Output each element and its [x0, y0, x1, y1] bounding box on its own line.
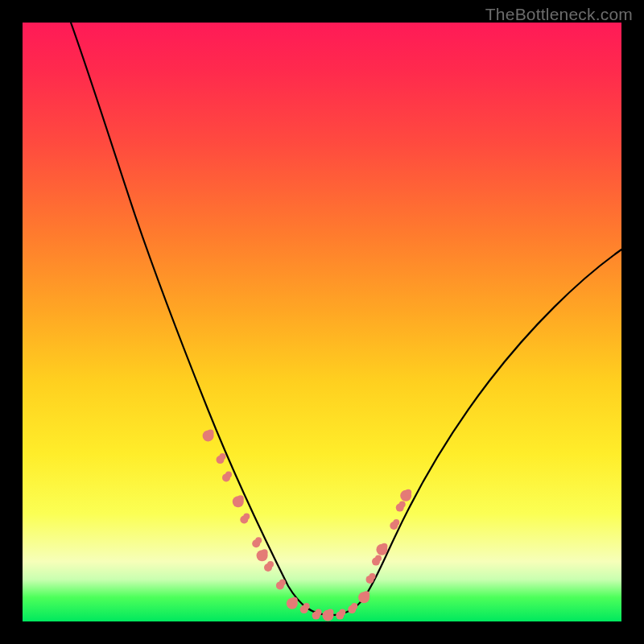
curve-layer — [23, 23, 621, 621]
bead-dot — [243, 514, 250, 520]
bead-dot — [291, 597, 298, 604]
bead-dot — [220, 453, 226, 460]
bead-cluster — [203, 429, 412, 621]
bead-dot — [381, 543, 387, 550]
bead-dot — [237, 495, 244, 502]
outer-frame: TheBottleneck.com — [0, 0, 644, 644]
bead-dot — [369, 573, 376, 580]
bead-dot — [262, 549, 268, 555]
watermark-text: TheBottleneck.com — [485, 5, 633, 24]
plot-area — [23, 23, 621, 621]
bead-dot — [316, 609, 322, 616]
bead-dot — [208, 429, 214, 436]
bead-dot — [375, 555, 382, 562]
bead-dot — [351, 603, 357, 609]
bead-dot — [279, 579, 286, 585]
bead-dot — [339, 609, 345, 616]
bead-dot — [399, 502, 406, 508]
bead-dot — [405, 489, 411, 496]
bead-dot — [327, 609, 333, 616]
bead-dot — [255, 537, 262, 543]
bead-dot — [393, 519, 399, 526]
bottleneck-curve — [71, 23, 621, 615]
bead-dot — [267, 561, 274, 568]
bead-dot — [225, 471, 232, 477]
bead-dot — [303, 603, 310, 609]
bead-dot — [363, 591, 369, 597]
